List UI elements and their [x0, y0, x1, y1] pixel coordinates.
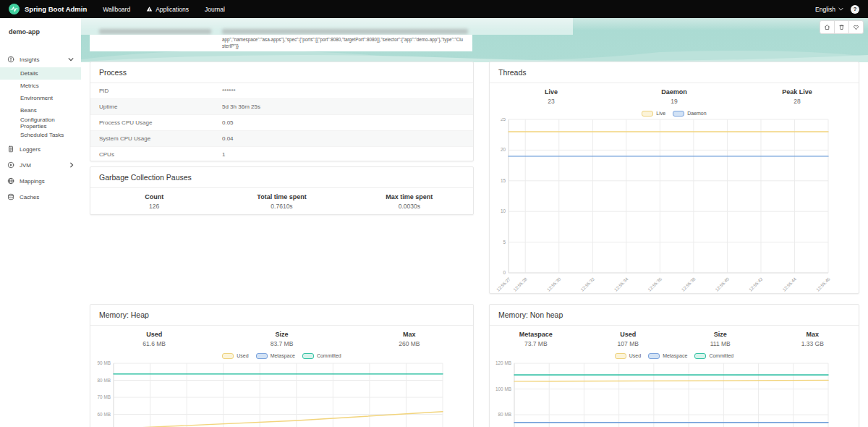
svg-text:5: 5 — [503, 240, 506, 245]
row-label: Process CPU Usage — [90, 119, 152, 126]
heart-icon — [853, 24, 859, 30]
redacted-text — [99, 29, 211, 34]
svg-text:10: 10 — [501, 208, 506, 214]
stat-label: Metaspace — [490, 331, 582, 338]
svg-text:120 MB: 120 MB — [495, 360, 511, 365]
instance-header: app","namespace":"asa-apps"},"spec":{"po… — [81, 18, 868, 62]
legend-swatch — [256, 353, 268, 359]
stat-value: 23 — [490, 98, 613, 105]
sidebar-item-metrics[interactable]: Metrics — [0, 80, 81, 92]
gc-card-title: Garbage Collection Pauses — [90, 167, 473, 188]
process-row-system-cpu-usage: System CPU Usage0.04 — [90, 130, 473, 146]
memory_nonheap-stat-metaspace: Metaspace73.7 MB — [490, 331, 582, 347]
svg-text:12:55:28: 12:55:28 — [512, 276, 528, 292]
chevron-down-icon — [838, 7, 843, 11]
home-button[interactable] — [820, 20, 835, 34]
instance-metadata-json: app","namespace":"asa-apps"},"spec":{"po… — [222, 36, 465, 49]
memory_heap-stat-used: Used61.6 MB — [90, 331, 218, 347]
sidebar-item-environment[interactable]: Environment — [0, 92, 81, 104]
help-button[interactable]: ? — [851, 5, 859, 14]
svg-text:70 MB: 70 MB — [98, 394, 111, 399]
legend-metaspace[interactable]: Metaspace — [256, 353, 295, 359]
legend-swatch — [673, 111, 684, 117]
legend-swatch — [302, 353, 314, 359]
process-row-pid: PID****** — [90, 83, 473, 98]
nav-item-applications[interactable]: Applications — [146, 6, 189, 13]
sidebar-item-jvm[interactable]: JVM — [0, 157, 81, 173]
svg-text:12:55:40: 12:55:40 — [714, 276, 730, 292]
stat-label: Size — [674, 331, 767, 338]
legend-used[interactable]: Used — [222, 353, 248, 359]
stat-value: 28 — [736, 98, 859, 105]
redacted-text — [222, 29, 468, 34]
process-card: Process PID******Uptime5d 3h 36m 25sProc… — [90, 62, 474, 161]
row-value: 1 — [222, 151, 225, 158]
sidebar-item-mappings[interactable]: Mappings — [0, 173, 81, 189]
legend-daemon[interactable]: Daemon — [673, 111, 706, 117]
sidebar-item-label: Metrics — [20, 83, 39, 89]
app-name: demo-app — [0, 18, 81, 35]
svg-text:20: 20 — [501, 147, 506, 152]
sidebar-item-insights[interactable]: Insights — [0, 51, 81, 67]
stat-label: Size — [218, 331, 345, 338]
nav-item-label: Wallboard — [103, 6, 130, 13]
svg-text:0: 0 — [503, 270, 506, 275]
nav-item-journal[interactable]: Journal — [205, 6, 225, 13]
legend-label: Used — [237, 353, 248, 358]
stat-value: 1.33 GB — [767, 340, 859, 347]
legend-live[interactable]: Live — [642, 111, 665, 117]
stat-label: Max time spent — [346, 193, 473, 200]
sidebar-item-configuration-properties[interactable]: Configuration Properties — [0, 117, 81, 129]
row-label: CPUs — [90, 151, 114, 158]
legend-used[interactable]: Used — [615, 353, 641, 359]
sidebar-item-details[interactable]: Details — [0, 67, 81, 80]
stat-value: 61.6 MB — [90, 340, 218, 347]
sidebar-item-label: Loggers — [20, 146, 41, 153]
sidebar-item-beans[interactable]: Beans — [0, 104, 81, 117]
stat-label: Used — [90, 331, 218, 338]
legend-swatch — [615, 353, 626, 359]
language-label: English — [815, 6, 835, 13]
memory_nonheap-stat-used: Used107 MB — [582, 331, 675, 347]
home-icon — [824, 24, 830, 30]
sidebar-item-loggers[interactable]: Loggers — [0, 141, 81, 157]
loggers-icon — [7, 145, 14, 153]
memory-nonheap-card-title: Memory: Non heap — [490, 305, 859, 326]
process-card-title: Process — [90, 62, 473, 83]
memory-heap-card-title: Memory: Heap — [90, 305, 473, 326]
chevron-right-icon — [69, 162, 74, 168]
row-value: 5d 3h 36m 25s — [222, 103, 260, 110]
svg-text:15: 15 — [501, 178, 506, 183]
process-row-cpus: CPUs1 — [90, 146, 473, 162]
svg-text:12:55:36: 12:55:36 — [647, 276, 663, 292]
legend-committed[interactable]: Committed — [694, 353, 733, 359]
jvm-icon — [7, 161, 14, 169]
sidebar-item-label: JVM — [20, 162, 31, 169]
legend-swatch — [648, 353, 660, 359]
mappings-icon — [7, 177, 14, 185]
trash-button[interactable] — [834, 20, 849, 34]
sidebar-item-label: Scheduled Tasks — [20, 132, 64, 138]
stat-label: Count — [90, 193, 218, 200]
stat-label: Max — [346, 331, 473, 338]
legend-swatch — [694, 353, 706, 359]
legend-metaspace[interactable]: Metaspace — [648, 353, 687, 359]
sidebar-item-label: Beans — [20, 107, 37, 114]
nav-item-label: Applications — [156, 6, 189, 13]
svg-text:90 MB: 90 MB — [98, 360, 111, 365]
svg-text:12:55:42: 12:55:42 — [748, 276, 764, 292]
language-selector[interactable]: English — [815, 6, 843, 13]
memory_nonheap-stat-max: Max1.33 GB — [767, 331, 859, 347]
chevron-down-icon — [68, 57, 74, 62]
gc-pauses-card: Garbage Collection Pauses Count126Total … — [90, 166, 474, 215]
svg-text:12:55:44: 12:55:44 — [781, 276, 797, 292]
heart-button[interactable] — [848, 20, 864, 34]
sidebar-item-label: Details — [20, 70, 38, 77]
nav-item-wallboard[interactable]: Wallboard — [103, 6, 130, 13]
legend-swatch — [222, 353, 234, 359]
svg-text:12:55:27: 12:55:27 — [495, 276, 511, 292]
stat-label: Daemon — [613, 88, 736, 96]
sidebar-item-scheduled-tasks[interactable]: Scheduled Tasks — [0, 129, 81, 141]
sidebar-item-caches[interactable]: Caches — [0, 189, 81, 205]
legend-committed[interactable]: Committed — [302, 353, 341, 359]
